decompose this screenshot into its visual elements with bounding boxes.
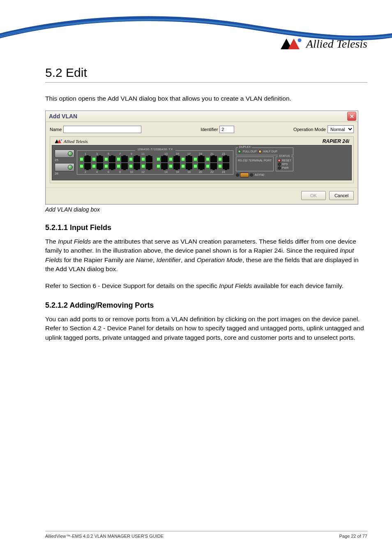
- port-numbers-bottom: 24681012141618202224: [80, 170, 231, 173]
- ethernet-port-7[interactable]: [117, 156, 128, 162]
- ethernet-port-24[interactable]: [218, 163, 229, 169]
- ethernet-port-20[interactable]: [194, 163, 205, 169]
- section-heading: 5.2 Edit: [45, 66, 367, 80]
- ethernet-port-8[interactable]: [117, 163, 128, 169]
- port-number: 15: [172, 152, 183, 155]
- port-led: [218, 164, 222, 168]
- uplink-port-26[interactable]: [55, 163, 74, 171]
- close-button[interactable]: ✕: [347, 112, 356, 121]
- add-vlan-dialog: Add VLAN ✕ Name Identifier Operation Mod…: [45, 111, 358, 204]
- rj45-jack-icon: [223, 156, 229, 162]
- dialog-footer: OK Cancel: [46, 187, 358, 204]
- ethernet-port-16[interactable]: [169, 163, 180, 169]
- adding-removing-para: You can add ports to or remove ports fro…: [45, 315, 367, 342]
- text-em: Identifier: [157, 256, 181, 263]
- ethernet-port-5[interactable]: [104, 156, 115, 162]
- text-fragment: Refer to Section 6 - Device Support for …: [45, 282, 219, 289]
- close-icon: ✕: [350, 113, 354, 120]
- ethernet-port-13[interactable]: [157, 156, 168, 162]
- port-number: 6: [103, 170, 114, 173]
- port-led: [117, 164, 120, 168]
- rj45-jack-icon: [97, 163, 103, 169]
- section-rule: [45, 82, 367, 83]
- ethernet-port-3[interactable]: [92, 156, 103, 162]
- ethernet-port-15[interactable]: [169, 156, 180, 162]
- async-led-right: [250, 173, 253, 177]
- name-input[interactable]: [63, 126, 141, 133]
- ethernet-port-18[interactable]: [181, 163, 192, 169]
- input-fields-para-1: The Input Fields are the attributes that…: [45, 237, 367, 274]
- rj45-jack-icon: [146, 163, 152, 169]
- section-intro: This option opens the Add VLAN dialog bo…: [45, 94, 367, 103]
- rj45-jack-icon: [173, 156, 180, 162]
- dialog-title: Add VLAN: [49, 113, 77, 120]
- rj45-jack-icon: [161, 163, 168, 169]
- brand-mark-small-icon: [54, 139, 62, 144]
- port-number: 1: [80, 152, 91, 155]
- port-led: [206, 164, 210, 168]
- port-number: 2: [80, 170, 91, 173]
- operation-mode-select[interactable]: Normal: [327, 125, 354, 133]
- ethernet-port-11[interactable]: [141, 156, 152, 162]
- text-fragment: , and: [181, 256, 197, 263]
- text-em: Name: [136, 256, 153, 263]
- ethernet-port-17[interactable]: [181, 156, 192, 162]
- uplink-port-25[interactable]: [55, 150, 74, 158]
- terminal-port-box: RS-232 TERMINAL PORT: [236, 157, 274, 171]
- device-panel: Allied Telesis RAPIER 24i 25: [50, 136, 354, 183]
- dialog-titlebar: Add VLAN ✕: [46, 111, 358, 122]
- operation-mode-label: Operation Mode: [293, 127, 326, 132]
- identifier-label: Identifier: [201, 127, 218, 132]
- async-led-left: [236, 173, 239, 177]
- subsection-adding-removing-heading: 5.2.1.2 Adding/Removing Ports: [45, 301, 367, 310]
- ethernet-port-6[interactable]: [104, 163, 115, 169]
- port-number: 14: [160, 170, 172, 173]
- svg-point-5: [61, 140, 62, 141]
- ethernet-port-4[interactable]: [92, 163, 103, 169]
- full-duplex-label: FULL DUP: [243, 150, 257, 153]
- ethernet-port-2[interactable]: [80, 163, 91, 169]
- port-led: [218, 157, 222, 161]
- ethernet-port-14[interactable]: [157, 163, 168, 169]
- ethernet-port-12[interactable]: [141, 163, 152, 169]
- footer-left: AlliedView™-EMS 4.0.2 VLAN MANAGER USER'…: [45, 534, 164, 539]
- subsection-input-fields-heading: 5.2.1.1 Input Fields: [45, 223, 367, 232]
- identifier-input[interactable]: [219, 126, 234, 133]
- port-block: 10BASE-T/100BASE-TX 1357911131517192123 …: [77, 150, 233, 175]
- page-footer: AlliedView™-EMS 4.0.2 VLAN MANAGER USER'…: [45, 531, 367, 539]
- rj45-jack-icon: [210, 163, 217, 169]
- text-fragment: ,: [153, 256, 157, 263]
- port-led: [206, 157, 210, 161]
- ethernet-port-1[interactable]: [80, 156, 91, 162]
- port-number: 19: [195, 152, 206, 155]
- ethernet-port-21[interactable]: [206, 156, 217, 162]
- ethernet-port-23[interactable]: [218, 156, 229, 162]
- ethernet-port-22[interactable]: [206, 163, 217, 169]
- ethernet-port-10[interactable]: [129, 163, 140, 169]
- port-led: [129, 164, 133, 168]
- async-port: ASYN0: [236, 173, 293, 177]
- port-number: 8: [114, 170, 126, 173]
- ethernet-port-19[interactable]: [194, 156, 205, 162]
- port-number: 5: [103, 152, 114, 155]
- ethernet-port-9[interactable]: [129, 156, 140, 162]
- port-led: [194, 164, 197, 168]
- port-led: [92, 164, 96, 168]
- port-led: [141, 164, 145, 168]
- port-number: 10: [126, 170, 137, 173]
- device-model: RAPIER 24i: [323, 138, 349, 144]
- duplex-box-label: DUPLEX: [238, 145, 252, 148]
- text-em: Input Fields: [58, 238, 91, 245]
- port-number: 9: [126, 152, 137, 155]
- port-led: [181, 157, 185, 161]
- port-number: 16: [172, 170, 183, 173]
- ok-button[interactable]: OK: [301, 191, 326, 200]
- pwr-led: [278, 166, 281, 170]
- rj45-jack-icon: [198, 156, 205, 162]
- rj45-jack-icon: [173, 163, 180, 169]
- port-row-top: [80, 156, 231, 162]
- cancel-button[interactable]: Cancel: [329, 191, 354, 200]
- port-led: [194, 157, 197, 161]
- text-fragment: The: [45, 238, 58, 245]
- status-box: STATUS RESET: [276, 157, 293, 171]
